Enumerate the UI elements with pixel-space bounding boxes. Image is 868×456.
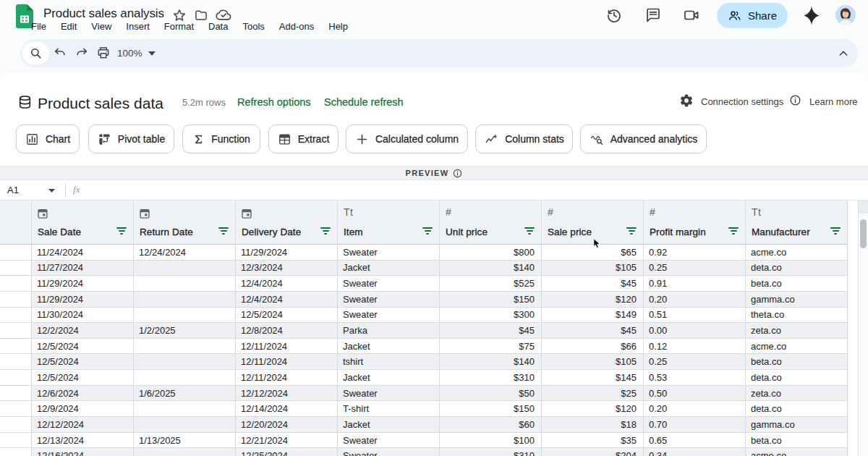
cell[interactable]: deta.co bbox=[746, 401, 848, 416]
preview-info-icon[interactable] bbox=[453, 169, 462, 178]
cell[interactable] bbox=[134, 401, 236, 416]
cell[interactable]: 12/14/2024 bbox=[236, 401, 338, 416]
cell[interactable]: 12/11/2024 bbox=[236, 339, 338, 354]
menu-file[interactable]: File bbox=[24, 20, 54, 33]
menu-edit[interactable]: Edit bbox=[54, 20, 84, 33]
cell[interactable]: 1/6/2025 bbox=[134, 386, 236, 401]
cell[interactable]: 0.34 bbox=[644, 448, 746, 456]
cell[interactable]: $66 bbox=[542, 339, 644, 354]
menu-add-ons[interactable]: Add-ons bbox=[272, 20, 321, 33]
filter-icon[interactable] bbox=[116, 227, 127, 235]
version-history-icon[interactable] bbox=[605, 7, 623, 24]
row-gutter-cell[interactable] bbox=[0, 276, 32, 291]
cell[interactable]: 12/16/2024 bbox=[32, 448, 134, 456]
column-header-unit-price[interactable]: #Unit price bbox=[440, 200, 542, 245]
cell[interactable]: Sweater bbox=[338, 448, 440, 456]
cell[interactable]: 12/8/2024 bbox=[236, 323, 338, 338]
cell[interactable]: 12/5/2024 bbox=[32, 339, 134, 354]
fx-icon[interactable]: fx bbox=[73, 184, 80, 195]
name-box-caret-icon[interactable] bbox=[48, 189, 55, 193]
row-gutter-cell[interactable] bbox=[0, 354, 32, 369]
scrollbar-thumb[interactable] bbox=[860, 219, 867, 248]
cell[interactable] bbox=[134, 308, 236, 323]
cell[interactable]: $140 bbox=[440, 354, 542, 369]
cell[interactable]: 11/27/2024 bbox=[32, 261, 134, 276]
cell[interactable]: 0.53 bbox=[644, 370, 746, 385]
cell[interactable]: $60 bbox=[440, 417, 542, 432]
cell[interactable]: tshirt bbox=[338, 354, 440, 369]
column-header-delivery-date[interactable]: Delivery Date bbox=[236, 200, 338, 245]
cell[interactable]: 11/29/2024 bbox=[236, 245, 338, 260]
cell[interactable]: 12/5/2024 bbox=[32, 354, 134, 369]
cell[interactable]: $45 bbox=[440, 323, 542, 338]
cell[interactable] bbox=[134, 354, 236, 369]
cell[interactable]: $105 bbox=[542, 354, 644, 369]
cell[interactable]: $35 bbox=[542, 433, 644, 448]
cell[interactable]: Sweater bbox=[338, 245, 440, 260]
cell[interactable] bbox=[134, 417, 236, 432]
hide-menus-chevron-icon[interactable] bbox=[835, 45, 852, 62]
cell[interactable] bbox=[134, 292, 236, 307]
row-gutter-cell[interactable] bbox=[0, 386, 32, 401]
cell[interactable]: 12/21/2024 bbox=[236, 433, 338, 448]
zoom-caret-icon[interactable] bbox=[148, 51, 156, 56]
cell[interactable]: Jacket bbox=[338, 417, 440, 432]
cell[interactable]: 11/29/2024 bbox=[32, 276, 134, 291]
cell[interactable]: 12/12/2024 bbox=[32, 417, 134, 432]
cell[interactable]: $120 bbox=[542, 401, 644, 416]
cell[interactable]: $45 bbox=[542, 276, 644, 291]
extract-button[interactable]: Extract bbox=[268, 124, 339, 153]
cell[interactable]: beta.co bbox=[746, 276, 848, 291]
cell[interactable]: $75 bbox=[440, 339, 542, 354]
cell[interactable]: 0.70 bbox=[644, 417, 746, 432]
column-header-return-date[interactable]: Return Date bbox=[134, 200, 236, 245]
cell[interactable]: $18 bbox=[542, 417, 644, 432]
column-stats-button[interactable]: Column stats bbox=[475, 124, 573, 153]
avatar[interactable] bbox=[835, 5, 856, 25]
column-header-manufacturer[interactable]: TtManufacturer bbox=[746, 200, 848, 245]
row-gutter-cell[interactable] bbox=[0, 433, 32, 448]
cell[interactable]: Sweater bbox=[338, 433, 440, 448]
cell[interactable]: $525 bbox=[440, 276, 542, 291]
document-title[interactable]: Product sales analysis bbox=[43, 7, 164, 21]
cell[interactable]: 12/3/2024 bbox=[236, 261, 338, 276]
cell[interactable] bbox=[134, 339, 236, 354]
cell[interactable]: Jacket bbox=[338, 339, 440, 354]
menu-view[interactable]: View bbox=[84, 20, 119, 33]
comment-icon[interactable] bbox=[644, 7, 662, 24]
cell[interactable]: Parka bbox=[338, 323, 440, 338]
filter-icon[interactable] bbox=[524, 227, 535, 235]
cell[interactable]: 0.50 bbox=[644, 386, 746, 401]
cell[interactable] bbox=[134, 448, 236, 456]
menu-tools[interactable]: Tools bbox=[235, 20, 271, 33]
row-gutter-cell[interactable] bbox=[0, 448, 32, 456]
cell[interactable]: 12/6/2024 bbox=[32, 386, 134, 401]
cell[interactable]: $204 bbox=[542, 448, 644, 456]
cell[interactable]: 11/24/2024 bbox=[32, 245, 134, 260]
row-gutter-cell[interactable] bbox=[0, 261, 32, 276]
cell[interactable]: theta.co bbox=[746, 308, 848, 323]
cell[interactable]: 12/20/2024 bbox=[236, 417, 338, 432]
cell[interactable]: $140 bbox=[440, 261, 542, 276]
row-gutter-cell[interactable] bbox=[0, 292, 32, 307]
cell[interactable]: $150 bbox=[440, 401, 542, 416]
cell[interactable]: $100 bbox=[440, 433, 542, 448]
cell[interactable]: 12/12/2024 bbox=[236, 386, 338, 401]
cell[interactable]: 0.20 bbox=[644, 401, 746, 416]
cell[interactable]: 0.20 bbox=[644, 292, 746, 307]
redo-icon[interactable] bbox=[74, 45, 90, 61]
advanced-analytics-button[interactable]: Advanced analytics bbox=[580, 124, 707, 153]
cell[interactable]: gamma.co bbox=[746, 292, 848, 307]
search-button[interactable] bbox=[22, 42, 49, 64]
cell[interactable]: 0.91 bbox=[644, 276, 746, 291]
cell[interactable]: $105 bbox=[542, 261, 644, 276]
refresh-options-link[interactable]: Refresh options bbox=[237, 96, 311, 108]
cell[interactable]: 12/5/2024 bbox=[236, 308, 338, 323]
learn-more-label[interactable]: Learn more bbox=[809, 96, 857, 107]
column-header-item[interactable]: TtItem bbox=[338, 200, 440, 245]
cell[interactable]: 0.51 bbox=[644, 308, 746, 323]
cell[interactable]: 12/24/2024 bbox=[134, 245, 236, 260]
column-header-sale-date[interactable]: Sale Date bbox=[32, 200, 134, 245]
cell[interactable]: 0.92 bbox=[644, 245, 746, 260]
corner-header-cell[interactable] bbox=[0, 200, 32, 245]
